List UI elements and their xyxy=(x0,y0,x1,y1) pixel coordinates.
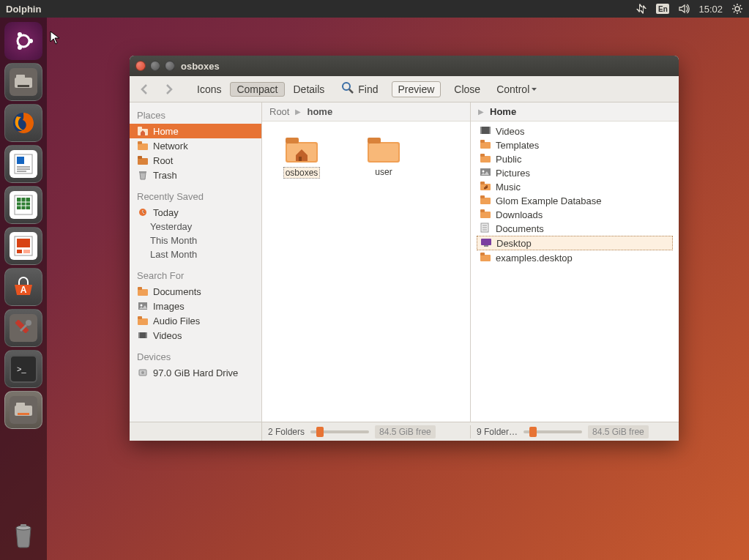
folder-icon xyxy=(480,139,491,151)
svg-rect-38 xyxy=(138,158,148,165)
folder-templates[interactable]: Templates xyxy=(477,138,673,152)
pictures-icon xyxy=(480,167,491,179)
control-menu[interactable]: Control xyxy=(496,83,537,95)
folder-user[interactable]: user xyxy=(357,135,410,179)
svg-rect-40 xyxy=(139,171,146,173)
unity-launcher: A >_ xyxy=(0,18,47,560)
folder-videos[interactable]: Videos xyxy=(477,124,673,138)
place-network[interactable]: Network xyxy=(130,138,261,153)
view-icons[interactable]: Icons xyxy=(193,82,226,97)
app-menu-name[interactable]: Dolphin xyxy=(6,4,636,15)
settings-launcher[interactable] xyxy=(4,309,42,347)
free-space-right: 84.5 GiB free xyxy=(588,425,649,438)
view-compact[interactable]: Compact xyxy=(230,82,284,97)
software-center-launcher[interactable]: A xyxy=(4,268,42,306)
root-folder-icon xyxy=(137,154,149,166)
preview-button[interactable]: Preview xyxy=(392,81,441,97)
svg-rect-42 xyxy=(138,289,148,296)
svg-rect-82 xyxy=(480,253,485,255)
search-audio[interactable]: Audio Files xyxy=(130,313,261,328)
folder-osboxes[interactable]: osboxes xyxy=(275,135,328,179)
folder-downloads[interactable]: Downloads xyxy=(477,208,673,221)
home-folder-icon xyxy=(137,125,149,137)
search-documents[interactable]: Documents xyxy=(130,284,261,299)
back-button[interactable] xyxy=(135,80,154,99)
file-pane-right: ▶ Home Videos Templates Public Pictures … xyxy=(471,102,679,422)
window-close-button[interactable] xyxy=(135,61,146,71)
svg-rect-23 xyxy=(23,250,30,253)
svg-rect-49 xyxy=(138,332,140,338)
zoom-slider-left[interactable] xyxy=(310,430,369,433)
close-panel-button[interactable]: Close xyxy=(454,83,480,95)
place-home[interactable]: Home xyxy=(130,124,261,138)
find-label[interactable]: Find xyxy=(358,83,378,95)
svg-rect-10 xyxy=(17,157,24,164)
impress-launcher[interactable] xyxy=(4,227,42,265)
terminal-launcher[interactable]: >_ xyxy=(4,350,42,388)
recent-thismonth[interactable]: This Month xyxy=(130,234,261,247)
place-root[interactable]: Root xyxy=(130,153,261,168)
network-icon[interactable] xyxy=(636,3,647,15)
clock[interactable]: 15:02 xyxy=(698,4,723,15)
recent-today[interactable]: Today xyxy=(130,205,261,220)
svg-rect-64 xyxy=(480,140,485,143)
svg-rect-63 xyxy=(480,142,491,149)
status-count-left: 2 Folders xyxy=(268,427,305,437)
statusbar: 2 Folders 84.5 GiB free 9 Folder… 84.5 G… xyxy=(130,422,679,441)
documents-icon xyxy=(480,223,491,234)
firefox-launcher[interactable] xyxy=(4,104,42,142)
svg-line-33 xyxy=(349,89,353,93)
today-icon xyxy=(137,206,149,218)
window-title: osboxes xyxy=(181,61,220,72)
svg-rect-7 xyxy=(18,85,29,87)
find-icon[interactable] xyxy=(340,81,355,97)
folder-public[interactable]: Public xyxy=(477,152,673,165)
search-images[interactable]: Images xyxy=(130,299,261,313)
search-videos[interactable]: Videos xyxy=(130,328,261,343)
svg-rect-81 xyxy=(480,255,491,261)
calc-launcher[interactable] xyxy=(4,186,42,224)
folder-glom[interactable]: Glom Example Database xyxy=(477,194,673,207)
folder-pictures[interactable]: Pictures xyxy=(477,166,673,179)
keyboard-indicator[interactable]: En xyxy=(656,4,669,14)
svg-rect-66 xyxy=(480,154,485,157)
forward-button[interactable] xyxy=(159,80,178,99)
image-icon xyxy=(137,300,149,312)
breadcrumb-right[interactable]: ▶ Home xyxy=(471,102,679,122)
folder-desktop[interactable]: Desktop xyxy=(477,236,673,250)
writer-launcher[interactable] xyxy=(4,145,42,183)
recent-lastmonth[interactable]: Last Month xyxy=(130,247,261,261)
svg-rect-73 xyxy=(480,212,491,218)
video-icon xyxy=(480,125,491,137)
svg-point-52 xyxy=(141,371,144,374)
device-hdd[interactable]: 97.0 GiB Hard Drive xyxy=(130,365,261,380)
svg-rect-62 xyxy=(489,127,491,134)
place-trash[interactable]: Trash xyxy=(130,168,261,182)
trash-launcher[interactable] xyxy=(4,515,42,553)
sound-icon[interactable] xyxy=(678,3,690,15)
folder-music[interactable]: Music xyxy=(477,180,673,193)
desktop-icon xyxy=(480,237,492,249)
dolphin-launcher[interactable] xyxy=(4,391,42,429)
folder-documents[interactable]: Documents xyxy=(477,222,673,235)
svg-rect-35 xyxy=(138,127,142,130)
folder-icon xyxy=(480,209,491,220)
svg-rect-61 xyxy=(480,127,482,134)
view-details[interactable]: Details xyxy=(289,82,329,97)
svg-rect-22 xyxy=(17,250,22,253)
window-titlebar[interactable]: osboxes xyxy=(130,56,679,76)
recent-yesterday[interactable]: Yesterday xyxy=(130,220,261,234)
zoom-slider-right[interactable] xyxy=(523,430,582,433)
system-gear-icon[interactable] xyxy=(731,3,743,15)
chevron-right-icon: ▶ xyxy=(295,108,301,116)
breadcrumb-left[interactable]: Root ▶ home xyxy=(262,102,470,122)
files-launcher[interactable] xyxy=(4,63,42,101)
svg-rect-79 xyxy=(481,239,491,245)
devices-header: Devices xyxy=(130,348,261,365)
dash-icon[interactable] xyxy=(4,22,42,60)
svg-rect-46 xyxy=(138,318,148,325)
window-minimize-button[interactable] xyxy=(150,61,160,71)
file-examples-desktop[interactable]: examples.desktop xyxy=(477,251,673,264)
file-pane-left: Root ▶ home osboxes user xyxy=(262,102,471,422)
window-maximize-button[interactable] xyxy=(165,61,175,71)
